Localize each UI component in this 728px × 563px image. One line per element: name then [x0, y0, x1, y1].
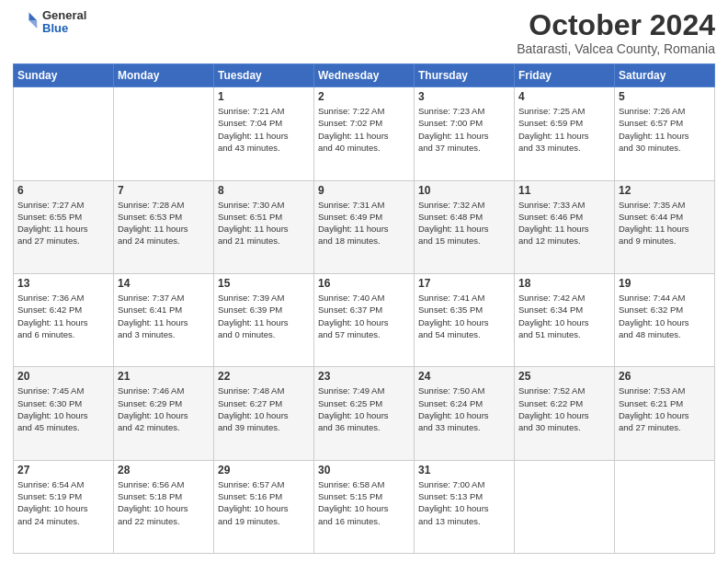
day-number: 29 [218, 464, 310, 477]
calendar-header-row: SundayMondayTuesdayWednesdayThursdayFrid… [14, 64, 715, 87]
day-number: 25 [518, 370, 610, 383]
svg-marker-1 [29, 21, 38, 29]
day-info: Sunrise: 7:40 AM Sunset: 6:37 PM Dayligh… [318, 292, 410, 340]
weekday-header: Saturday [615, 64, 715, 87]
weekday-header: Wednesday [314, 64, 415, 87]
day-number: 2 [318, 90, 410, 103]
calendar-cell: 12Sunrise: 7:35 AM Sunset: 6:44 PM Dayli… [615, 180, 715, 273]
day-number: 28 [118, 464, 210, 477]
day-number: 3 [418, 90, 510, 103]
calendar-cell: 4Sunrise: 7:25 AM Sunset: 6:59 PM Daylig… [515, 87, 615, 180]
day-info: Sunrise: 7:32 AM Sunset: 6:48 PM Dayligh… [418, 199, 510, 247]
calendar-cell: 11Sunrise: 7:33 AM Sunset: 6:46 PM Dayli… [515, 180, 615, 273]
day-info: Sunrise: 7:45 AM Sunset: 6:30 PM Dayligh… [17, 385, 109, 433]
calendar-cell: 17Sunrise: 7:41 AM Sunset: 6:35 PM Dayli… [415, 273, 515, 366]
calendar-cell: 7Sunrise: 7:28 AM Sunset: 6:53 PM Daylig… [114, 180, 214, 273]
day-info: Sunrise: 7:41 AM Sunset: 6:35 PM Dayligh… [418, 292, 510, 340]
calendar-cell: 6Sunrise: 7:27 AM Sunset: 6:55 PM Daylig… [14, 180, 114, 273]
day-number: 10 [418, 184, 510, 197]
day-number: 7 [118, 184, 210, 197]
weekday-header: Monday [114, 64, 214, 87]
day-number: 19 [619, 277, 711, 290]
calendar-cell: 26Sunrise: 7:53 AM Sunset: 6:21 PM Dayli… [615, 367, 715, 460]
weekday-header: Friday [515, 64, 615, 87]
calendar-cell [14, 87, 114, 180]
calendar-cell [515, 460, 615, 553]
day-number: 23 [318, 370, 410, 383]
day-info: Sunrise: 7:22 AM Sunset: 7:02 PM Dayligh… [318, 105, 410, 154]
day-number: 21 [118, 370, 210, 383]
day-number: 11 [518, 184, 610, 197]
calendar-cell [615, 460, 715, 553]
weekday-header: Tuesday [214, 64, 314, 87]
day-info: Sunrise: 7:28 AM Sunset: 6:53 PM Dayligh… [118, 199, 210, 247]
month-title: October 2024 [517, 9, 715, 41]
day-number: 1 [218, 90, 310, 103]
logo-blue-text: Blue [42, 22, 86, 35]
calendar-cell: 9Sunrise: 7:31 AM Sunset: 6:49 PM Daylig… [314, 180, 415, 273]
day-info: Sunrise: 7:36 AM Sunset: 6:42 PM Dayligh… [17, 292, 109, 340]
day-info: Sunrise: 7:00 AM Sunset: 5:13 PM Dayligh… [418, 478, 510, 527]
calendar-week-row: 20Sunrise: 7:45 AM Sunset: 6:30 PM Dayli… [14, 367, 715, 460]
day-number: 5 [619, 90, 711, 103]
logo-icon [13, 9, 39, 35]
day-info: Sunrise: 7:31 AM Sunset: 6:49 PM Dayligh… [318, 199, 410, 247]
day-number: 27 [17, 464, 109, 477]
day-info: Sunrise: 7:33 AM Sunset: 6:46 PM Dayligh… [518, 199, 610, 247]
day-info: Sunrise: 7:26 AM Sunset: 6:57 PM Dayligh… [619, 105, 711, 154]
day-info: Sunrise: 7:35 AM Sunset: 6:44 PM Dayligh… [619, 199, 711, 247]
day-number: 13 [17, 277, 109, 290]
calendar-cell: 2Sunrise: 7:22 AM Sunset: 7:02 PM Daylig… [314, 87, 415, 180]
logo-text: General Blue [42, 9, 86, 36]
day-info: Sunrise: 7:30 AM Sunset: 6:51 PM Dayligh… [218, 199, 310, 247]
day-number: 30 [318, 464, 410, 477]
calendar-cell: 13Sunrise: 7:36 AM Sunset: 6:42 PM Dayli… [14, 273, 114, 366]
day-number: 15 [218, 277, 310, 290]
day-info: Sunrise: 7:27 AM Sunset: 6:55 PM Dayligh… [17, 199, 109, 247]
day-info: Sunrise: 6:58 AM Sunset: 5:15 PM Dayligh… [318, 478, 410, 527]
calendar-cell: 5Sunrise: 7:26 AM Sunset: 6:57 PM Daylig… [615, 87, 715, 180]
day-info: Sunrise: 7:25 AM Sunset: 6:59 PM Dayligh… [518, 105, 610, 154]
day-number: 17 [418, 277, 510, 290]
day-number: 20 [17, 370, 109, 383]
page: General Blue October 2024 Batarasti, Val… [0, 0, 728, 563]
day-info: Sunrise: 7:49 AM Sunset: 6:25 PM Dayligh… [318, 385, 410, 433]
day-info: Sunrise: 7:37 AM Sunset: 6:41 PM Dayligh… [118, 292, 210, 340]
calendar-cell: 14Sunrise: 7:37 AM Sunset: 6:41 PM Dayli… [114, 273, 214, 366]
weekday-header: Thursday [415, 64, 515, 87]
calendar-cell: 23Sunrise: 7:49 AM Sunset: 6:25 PM Dayli… [314, 367, 415, 460]
calendar-cell: 10Sunrise: 7:32 AM Sunset: 6:48 PM Dayli… [415, 180, 515, 273]
calendar-table: SundayMondayTuesdayWednesdayThursdayFrid… [13, 63, 715, 554]
day-number: 26 [619, 370, 711, 383]
day-info: Sunrise: 7:48 AM Sunset: 6:27 PM Dayligh… [218, 385, 310, 433]
calendar-cell: 15Sunrise: 7:39 AM Sunset: 6:39 PM Dayli… [214, 273, 314, 366]
calendar-cell: 20Sunrise: 7:45 AM Sunset: 6:30 PM Dayli… [14, 367, 114, 460]
weekday-header: Sunday [14, 64, 114, 87]
calendar-cell: 24Sunrise: 7:50 AM Sunset: 6:24 PM Dayli… [415, 367, 515, 460]
calendar-week-row: 13Sunrise: 7:36 AM Sunset: 6:42 PM Dayli… [14, 273, 715, 366]
calendar-cell: 18Sunrise: 7:42 AM Sunset: 6:34 PM Dayli… [515, 273, 615, 366]
calendar-week-row: 1Sunrise: 7:21 AM Sunset: 7:04 PM Daylig… [14, 87, 715, 180]
day-number: 24 [418, 370, 510, 383]
calendar-cell: 31Sunrise: 7:00 AM Sunset: 5:13 PM Dayli… [415, 460, 515, 553]
calendar-cell: 8Sunrise: 7:30 AM Sunset: 6:51 PM Daylig… [214, 180, 314, 273]
day-info: Sunrise: 7:53 AM Sunset: 6:21 PM Dayligh… [619, 385, 711, 433]
calendar-cell: 25Sunrise: 7:52 AM Sunset: 6:22 PM Dayli… [515, 367, 615, 460]
logo-general-text: General [42, 9, 86, 22]
svg-marker-0 [29, 13, 38, 21]
day-number: 9 [318, 184, 410, 197]
day-number: 18 [518, 277, 610, 290]
day-info: Sunrise: 6:56 AM Sunset: 5:18 PM Dayligh… [118, 478, 210, 527]
calendar-cell: 27Sunrise: 6:54 AM Sunset: 5:19 PM Dayli… [14, 460, 114, 553]
logo: General Blue [13, 9, 86, 36]
calendar-cell: 22Sunrise: 7:48 AM Sunset: 6:27 PM Dayli… [214, 367, 314, 460]
calendar-cell [114, 87, 214, 180]
day-number: 31 [418, 464, 510, 477]
day-number: 8 [218, 184, 310, 197]
day-number: 22 [218, 370, 310, 383]
location: Batarasti, Valcea County, Romania [517, 41, 715, 56]
title-block: October 2024 Batarasti, Valcea County, R… [517, 9, 715, 56]
calendar-week-row: 27Sunrise: 6:54 AM Sunset: 5:19 PM Dayli… [14, 460, 715, 553]
day-info: Sunrise: 7:44 AM Sunset: 6:32 PM Dayligh… [619, 292, 711, 340]
day-number: 14 [118, 277, 210, 290]
